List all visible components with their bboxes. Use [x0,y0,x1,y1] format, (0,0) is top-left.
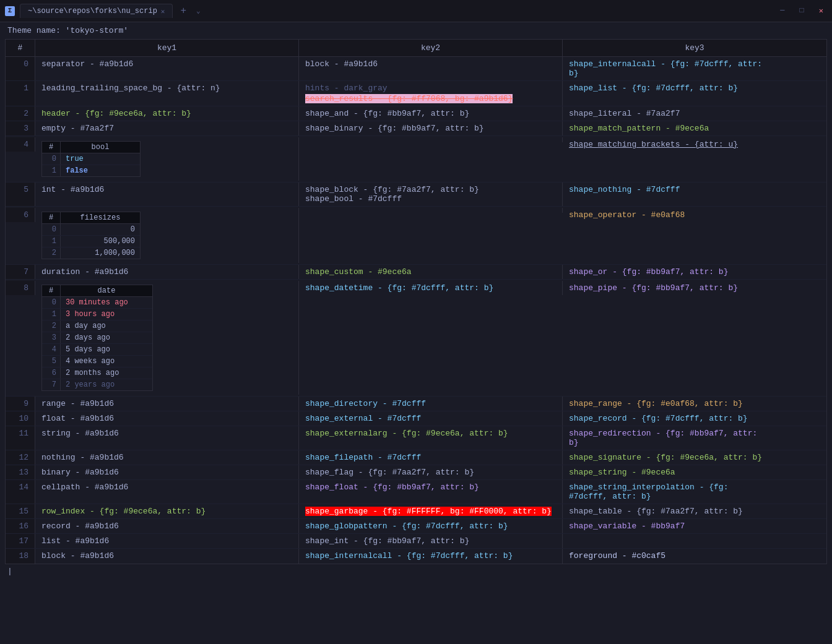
minimize-button[interactable]: — [776,5,788,17]
inner-cell-bool: false [61,165,140,176]
table-row: 8 # date 0 30 minutes ago 1 3 hours ago … [6,280,826,397]
cell-k2: hints - dark_gray search_results - {fg: … [299,81,563,106]
cell-k2: shape_and - {fg: #bb9af7, attr: b} [299,106,563,121]
inner-table-header: # filesizes [42,212,140,224]
row-index: 13 [6,465,35,479]
inner-col-index: # [42,285,61,296]
inner-cell-date: 2 years ago [61,379,152,390]
cell-k2 [299,208,563,213]
inner-cell-date: 30 minutes ago [61,297,152,308]
row-index: 2 [6,106,35,121]
inner-row-index: 2 [42,247,61,259]
cell-k1: list - #a9b1d6 [35,534,299,548]
row-index: 4 [6,137,35,152]
row-index: 14 [6,480,35,504]
inner-col-index: # [42,212,61,223]
inner-row-index: 5 [42,356,61,367]
cell-k2: shape_int - {fg: #bb9af7, attr: b} [299,534,563,548]
cell-k2: shape_directory - #7dcfff [299,397,563,411]
inner-table-row: 3 2 days ago [42,332,152,344]
table-row: 12 nothing - #a9b1d6 shape_filepath - #7… [6,450,826,465]
row-index: 7 [6,265,35,279]
table-row: 15 row_index - {fg: #9ece6a, attr: b} sh… [6,504,826,519]
cell-k3: shape_match_pattern - #9ece6a [563,121,826,135]
cell-k2: shape_binary - {fg: #bb9af7, attr: b} [299,121,563,135]
inner-table-header: # date [42,285,152,297]
cell-k3: shape_operator - #e0af68 [563,208,826,222]
cell-k3: shape_table - {fg: #7aa2f7, attr: b} [563,504,826,518]
row-index: 18 [6,549,35,564]
cell-k1: leading_trailing_space_bg - {attr: n} [35,81,299,106]
cell-k3: shape_or - {fg: #bb9af7, attr: b} [563,265,826,279]
table-row: 17 list - #a9b1d6 shape_int - {fg: #bb9a… [6,534,826,549]
cell-k1: nothing - #a9b1d6 [35,450,299,465]
col-header-key1: key1 [35,40,299,56]
cell-k2: shape_float - {fg: #bb9af7, attr: b} [299,480,563,504]
main-table: # key1 key2 key3 0 separator - #a9b1d6 b… [5,39,827,564]
cell-k3: shape_signature - {fg: #9ece6a, attr: b} [563,450,826,465]
inner-row-index: 6 [42,367,61,379]
cell-k1: header - {fg: #9ece6a, attr: b} [35,106,299,121]
cell-k2: shape_external - #7dcfff [299,411,563,426]
close-button[interactable]: ✕ [815,5,827,17]
cell-k2: shape_filepath - #7dcfff [299,450,563,465]
new-tab-button[interactable]: + [178,6,189,17]
cell-k3: shape_redirection - {fg: #bb9af7, attr: … [563,426,826,450]
maximize-button[interactable]: □ [796,5,808,17]
cell-k1: # filesizes 0 0 1 500,000 2 1,000,000 [35,208,299,263]
row-index: 3 [6,121,35,135]
table-row: 0 separator - #a9b1d6 block - #a9b1d6 sh… [6,57,826,81]
cell-k3: shape_record - {fg: #7dcfff, attr: b} [563,411,826,426]
table-row: 16 record - #a9b1d6 shape_globpattern - … [6,519,826,534]
cell-k3: shape_literal - #7aa2f7 [563,106,826,121]
inner-row-index: 3 [42,332,61,343]
table-row: 11 string - #a9b1d6 shape_externalarg - … [6,426,826,450]
inner-row-index: 0 [42,297,61,308]
cell-k1: binary - #a9b1d6 [35,465,299,479]
cell-k2: shape_garbage - {fg: #FFFFFF, bg: #FF000… [299,504,563,518]
cell-k2: shape_custom - #9ece6a [299,265,563,279]
search-result-highlight: search_results - {fg: #ff7068, bg: #a9b1… [305,94,513,103]
inner-row-index: 0 [42,153,61,165]
inner-row-index: 0 [42,224,61,235]
inner-table-row: 1 3 hours ago [42,309,152,320]
tab-dropdown-button[interactable]: ⌄ [194,7,203,15]
inner-cell-date: 5 days ago [61,344,152,355]
table-row: 5 int - #a9b1d6 shape_block - {fg: #7aa2… [6,182,826,207]
table-row: 13 binary - #a9b1d6 shape_flag - {fg: #7… [6,465,826,480]
cell-k1: duration - #a9b1d6 [35,265,299,279]
row-index: 11 [6,426,35,450]
cell-k1: empty - #7aa2f7 [35,121,299,135]
cell-k2: shape_datetime - {fg: #7dcfff, attr: b} [299,281,563,295]
row-index: 17 [6,534,35,548]
cell-k3 [563,534,826,548]
cell-k3: shape_string - #9ece6a [563,465,826,479]
inner-cell-date: 2 months ago [61,367,152,379]
table-row: 10 float - #a9b1d6 shape_external - #7dc… [6,411,826,426]
col-header-key2: key2 [299,40,563,56]
cell-k1: row_index - {fg: #9ece6a, attr: b} [35,504,299,518]
cell-k3: shape_variable - #bb9af7 [563,519,826,533]
row-index: 6 [6,208,35,222]
table-row: 9 range - #a9b1d6 shape_directory - #7dc… [6,397,826,411]
table-row: 3 empty - #7aa2f7 shape_binary - {fg: #b… [6,121,826,136]
active-tab[interactable]: ~\source\repos\forks\nu_scrip ✕ [20,4,173,18]
inner-table-row: 2 1,000,000 [42,247,140,259]
inner-row-index: 2 [42,320,61,332]
cell-k3: shape_matching_brackets - {attr: u} [563,137,826,152]
inner-col-filesizes: filesizes [61,212,140,223]
window-controls: — □ ✕ [776,5,827,17]
cell-k3: foreground - #c0caf5 [563,549,826,564]
cell-k1: cellpath - #a9b1d6 [35,480,299,504]
inner-table-row: 1 500,000 [42,236,140,247]
tab-close-button[interactable]: ✕ [161,7,165,15]
table-row: 14 cellpath - #a9b1d6 shape_float - {fg:… [6,480,826,504]
table-row: 2 header - {fg: #9ece6a, attr: b} shape_… [6,106,826,121]
inner-cell-bool: true [61,153,140,165]
col-header-index: # [6,40,35,56]
cell-k1: # date 0 30 minutes ago 1 3 hours ago 2 … [35,281,299,395]
row-index: 9 [6,397,35,411]
table-row: 6 # filesizes 0 0 1 500,000 2 1,000,000 [6,207,826,265]
inner-col-index: # [42,142,61,153]
cursor-line: | [0,564,832,578]
